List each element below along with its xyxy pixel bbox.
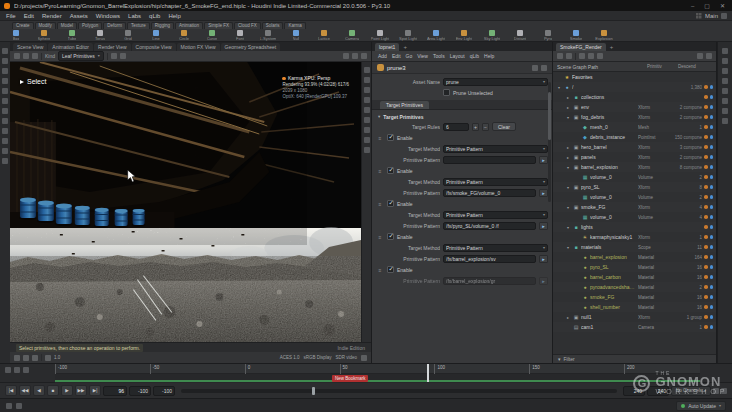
back-icon[interactable] — [557, 53, 563, 59]
target-method-dropdown[interactable]: Primitive Pattern▾ — [443, 178, 548, 186]
pane-tab-network[interactable]: lopnet1 — [375, 43, 399, 51]
flipbook-icon[interactable] — [2, 148, 8, 154]
tree-row[interactable]: ● pyroadvancedshader1 Material 2 — [553, 282, 716, 292]
expand-arrow-icon[interactable]: ▾ — [565, 225, 571, 230]
activation-dot[interactable] — [704, 295, 708, 299]
activation-dot[interactable] — [704, 195, 708, 199]
tree-row[interactable]: ▸ ▣ null1 Xform 1 group — [553, 312, 716, 322]
tree-row[interactable]: ▦ volume_0 Volume 2 — [553, 172, 716, 182]
activation-dot[interactable] — [704, 145, 708, 149]
visibility-dot[interactable] — [710, 125, 714, 129]
group-target-primitives[interactable]: ▾ Target Primitives — [372, 112, 552, 121]
shelf-tool[interactable]: Camera — [340, 30, 364, 41]
frame-selected-icon[interactable] — [364, 87, 370, 93]
add-tab-button[interactable]: + — [607, 43, 617, 51]
bookmark-add-icon[interactable] — [5, 367, 11, 373]
shelf-tab[interactable]: Solaris — [262, 22, 284, 29]
notes-icon[interactable] — [722, 88, 728, 94]
expand-arrow-icon[interactable]: ▾ — [556, 85, 562, 90]
activation-dot[interactable] — [704, 205, 708, 209]
global-end-field[interactable]: 240 — [647, 386, 669, 396]
clear-button[interactable]: Clear — [492, 122, 516, 131]
layout-single-icon[interactable] — [23, 355, 29, 361]
visibility-dot[interactable] — [710, 325, 714, 329]
visibility-dot[interactable] — [710, 155, 714, 159]
shelf-tool[interactable]: Sky Light — [480, 30, 504, 41]
menu-item[interactable]: File — [2, 13, 20, 19]
bookmark-lane[interactable]: New Bookmark — [55, 374, 700, 383]
expand-arrow-icon[interactable]: ▾ — [565, 205, 571, 210]
render-icon[interactable] — [2, 138, 8, 144]
shelf-tool[interactable]: Explosion — [592, 30, 616, 41]
pane-tab[interactable]: Motion FX View — [177, 43, 220, 51]
pane-tab[interactable]: Render View — [94, 43, 131, 51]
visibility-dot[interactable] — [710, 275, 714, 279]
target-method-dropdown[interactable]: Primitive Pattern▾ — [443, 145, 548, 153]
activation-dot[interactable] — [704, 305, 708, 309]
lasso-select-icon[interactable] — [23, 53, 29, 59]
playbar-options-icon[interactable] — [721, 388, 727, 394]
primitive-pattern-field[interactable]: /fx/barrel_explosion/gr — [443, 277, 536, 285]
shelf-tab[interactable]: Texture — [127, 22, 150, 29]
background-toggle-icon[interactable] — [364, 117, 370, 123]
tree-row[interactable]: ▸ ▣ env Xform 2 compone — [553, 102, 716, 112]
snapshot-gallery-icon[interactable] — [364, 147, 370, 153]
enable-checkbox[interactable] — [387, 200, 394, 207]
network-menu-item[interactable]: Tools — [431, 53, 447, 59]
gamma-icon[interactable] — [45, 355, 51, 361]
transport-button[interactable]: ■ — [47, 385, 59, 396]
shelf-tool[interactable]: Spot Light — [396, 30, 420, 41]
add-tab-button[interactable]: + — [400, 43, 410, 51]
timeline-ruler[interactable]: -100-50050100150200 — [55, 364, 700, 374]
visibility-dot[interactable] — [710, 225, 714, 229]
playhead[interactable] — [427, 364, 429, 382]
shelf-tab[interactable]: Modify — [35, 22, 56, 29]
activation-dot[interactable] — [704, 275, 708, 279]
pin-icon[interactable] — [722, 68, 728, 74]
target-method-dropdown[interactable]: Primitive Pattern▾ — [443, 244, 548, 252]
camera-lock-icon[interactable] — [364, 137, 370, 143]
close-button[interactable]: ✕ — [717, 2, 728, 9]
network-menu-item[interactable]: Go — [404, 53, 415, 59]
reselect-primitives-button[interactable]: ▸ — [539, 189, 548, 197]
multiparm-handle-icon[interactable]: ≡ — [376, 201, 384, 207]
tree-row[interactable]: ▦ volume_0 Volume 4 — [553, 212, 716, 222]
activation-dot[interactable] — [704, 245, 708, 249]
shelf-tab[interactable]: Polygon — [78, 22, 102, 29]
help-icon[interactable] — [721, 13, 727, 19]
visibility-dot[interactable] — [710, 235, 714, 239]
visibility-dot[interactable] — [710, 315, 714, 319]
primitive-pattern-field[interactable]: /fx/pyro_SL/volume_0 /f — [443, 222, 536, 230]
brush-select-icon[interactable] — [32, 53, 38, 59]
expand-arrow-icon[interactable]: ▸ — [565, 155, 571, 160]
visibility-dot[interactable] — [710, 105, 714, 109]
menu-item[interactable]: Labs — [124, 13, 145, 19]
bookmark-chip[interactable]: New Bookmark — [332, 375, 369, 382]
shelf-tool[interactable]: Sphere — [32, 30, 56, 41]
help-icon[interactable] — [722, 48, 728, 54]
activation-dot[interactable] — [704, 165, 708, 169]
camera-menu-icon[interactable] — [343, 53, 349, 59]
home-view-icon[interactable] — [364, 77, 370, 83]
timeline[interactable]: -100-50050100150200 New Bookmark — [0, 363, 732, 382]
memory-icon[interactable] — [16, 403, 22, 409]
shelf-tab[interactable]: Model — [57, 22, 77, 29]
pose-tool-icon[interactable] — [2, 98, 8, 104]
remove-rule-button[interactable]: − — [482, 123, 489, 131]
bookmark-list-icon[interactable] — [14, 367, 20, 373]
activation-dot[interactable] — [704, 155, 708, 159]
view-tool-icon[interactable] — [364, 67, 370, 73]
filter-bar[interactable]: ▾ Filter — [553, 354, 716, 363]
column-primitive[interactable]: Primitiv — [647, 64, 675, 69]
pane-tab[interactable]: Animation Editor — [48, 43, 93, 51]
tree-row[interactable]: ● shell_number Material 16 — [553, 302, 716, 312]
viewport-canvas[interactable]: Select Karma XPU: Persp Rendering 93.9% … — [10, 62, 361, 342]
visibility-dot[interactable] — [710, 115, 714, 119]
shelf-tab[interactable]: Simple FX — [204, 22, 233, 29]
tree-row[interactable]: ▤ cam1 Camera 1 — [553, 322, 716, 332]
activation-dot[interactable] — [704, 255, 708, 259]
rotate-tool-icon[interactable] — [2, 68, 8, 74]
persp-menu-icon[interactable] — [14, 355, 20, 361]
shelf-tool[interactable]: Circle — [172, 30, 196, 41]
enable-checkbox[interactable] — [387, 266, 394, 273]
